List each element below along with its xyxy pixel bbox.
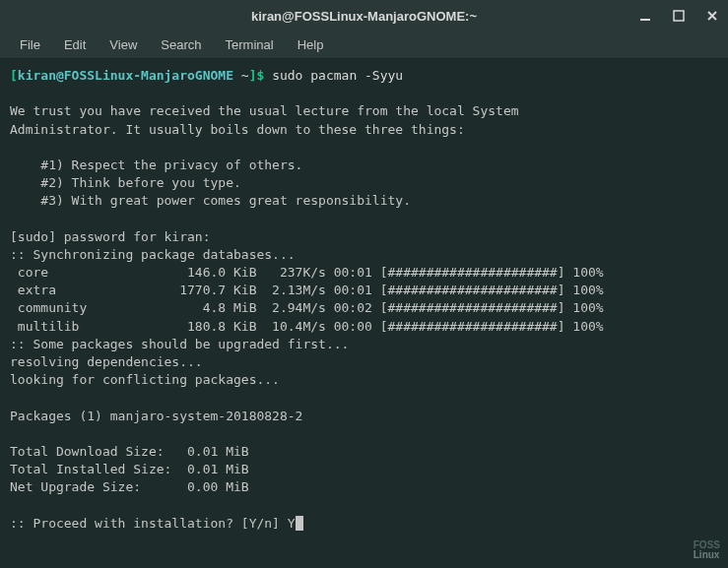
window-controls bbox=[637, 8, 720, 24]
download-size: Total Download Size: 0.01 MiB bbox=[10, 444, 249, 459]
terminal-output[interactable]: [kiran@FOSSLinux-ManjaroGNOME ~]$ sudo p… bbox=[0, 59, 728, 568]
repo-multilib: multilib 180.8 KiB 10.4M/s 00:00 [######… bbox=[10, 319, 604, 334]
titlebar[interactable]: kiran@FOSSLinux-ManjaroGNOME:~ bbox=[0, 0, 728, 32]
checking-conflicts: looking for conflicting packages... bbox=[10, 372, 280, 387]
menu-help[interactable]: Help bbox=[288, 33, 334, 56]
lecture-line-2: Administrator. It usually boils down to … bbox=[10, 122, 465, 137]
prompt-close: ]$ bbox=[249, 68, 272, 83]
menu-edit[interactable]: Edit bbox=[54, 33, 96, 56]
command-text: sudo pacman -Syyu bbox=[272, 68, 403, 83]
user-input: Y bbox=[288, 516, 296, 531]
minimize-button[interactable] bbox=[637, 8, 653, 24]
sync-header: :: Synchronizing package databases... bbox=[10, 247, 296, 262]
menubar: File Edit View Search Terminal Help bbox=[0, 32, 728, 59]
watermark: FOSS Linux bbox=[694, 540, 720, 560]
menu-file[interactable]: File bbox=[10, 33, 50, 56]
repo-core: core 146.0 KiB 237K/s 00:01 [###########… bbox=[10, 265, 604, 280]
watermark-linux: Linux bbox=[694, 550, 720, 560]
lecture-rule-2: #2) Think before you type. bbox=[10, 175, 241, 190]
svg-rect-0 bbox=[640, 19, 650, 21]
repo-community: community 4.8 MiB 2.94M/s 00:02 [#######… bbox=[10, 300, 604, 315]
upgrade-size: Net Upgrade Size: 0.00 MiB bbox=[10, 479, 249, 494]
upgrade-message: :: Some packages should be upgraded firs… bbox=[10, 337, 349, 351]
installed-size: Total Installed Size: 0.01 MiB bbox=[10, 462, 249, 476]
window-title: kiran@FOSSLinux-ManjaroGNOME:~ bbox=[251, 9, 477, 24]
sudo-password-prompt: [sudo] password for kiran: bbox=[10, 229, 218, 244]
svg-rect-1 bbox=[674, 11, 684, 21]
lecture-rule-3: #3) With great power comes great respons… bbox=[10, 193, 411, 208]
terminal-window: kiran@FOSSLinux-ManjaroGNOME:~ File Edit… bbox=[0, 0, 728, 568]
prompt-bracket: [ bbox=[10, 68, 18, 83]
cursor bbox=[296, 516, 303, 531]
maximize-button[interactable] bbox=[671, 8, 687, 24]
resolving-deps: resolving dependencies... bbox=[10, 354, 203, 369]
prompt-path: ~ bbox=[233, 68, 249, 83]
menu-search[interactable]: Search bbox=[151, 33, 211, 56]
packages-line: Packages (1) manjaro-system-20180828-2 bbox=[10, 409, 302, 423]
prompt-user-host: kiran@FOSSLinux-ManjaroGNOME bbox=[18, 68, 233, 83]
proceed-prompt: :: Proceed with installation? [Y/n] bbox=[10, 516, 288, 531]
repo-extra: extra 1770.7 KiB 2.13M/s 00:01 [########… bbox=[10, 283, 604, 297]
lecture-rule-1: #1) Respect the privacy of others. bbox=[10, 158, 302, 172]
close-button[interactable] bbox=[704, 8, 720, 24]
menu-terminal[interactable]: Terminal bbox=[216, 33, 284, 56]
menu-view[interactable]: View bbox=[99, 33, 147, 56]
lecture-line-1: We trust you have received the usual lec… bbox=[10, 103, 519, 118]
